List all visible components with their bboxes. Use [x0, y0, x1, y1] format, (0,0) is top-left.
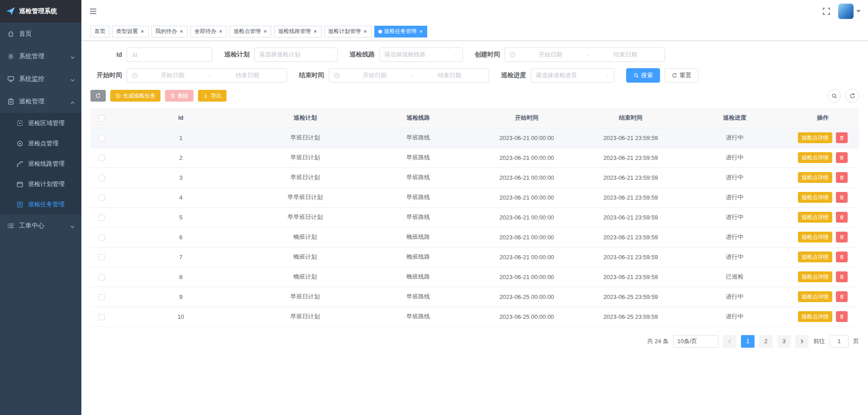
- close-icon[interactable]: ×: [363, 28, 368, 34]
- page-button-1[interactable]: 1: [741, 335, 755, 348]
- tab-item-4[interactable]: 巡检点管理×: [230, 26, 272, 37]
- row-checkbox[interactable]: [99, 175, 105, 181]
- next-page-button[interactable]: [795, 335, 809, 348]
- row-checkbox[interactable]: [99, 314, 105, 320]
- close-icon[interactable]: ×: [218, 28, 223, 34]
- inspection-point-detail-button[interactable]: 巡检点详情: [798, 232, 832, 242]
- tab-item-7[interactable]: 巡检任务管理×: [374, 26, 428, 37]
- cell-start-time: 2023-06-21 00:00:00: [475, 148, 579, 168]
- sidebar-item-inspection-route[interactable]: 巡检线路管理: [0, 154, 81, 174]
- export-button[interactable]: 导出: [198, 90, 226, 102]
- progress-select[interactable]: 请选择巡检进度: [531, 68, 614, 83]
- clock-icon: [132, 72, 138, 79]
- sidebar-item-inspection-point[interactable]: 巡检点管理: [0, 133, 81, 154]
- tab-item-1[interactable]: 类型设置×: [112, 26, 149, 37]
- route-select[interactable]: 请选择巡检线路: [379, 47, 463, 62]
- delete-row-button[interactable]: [836, 212, 848, 223]
- row-checkbox[interactable]: [99, 274, 105, 280]
- row-checkbox[interactable]: [99, 214, 105, 221]
- tab-item-2[interactable]: 我的待办×: [151, 26, 188, 37]
- inspection-point-detail-button[interactable]: 巡检点详情: [798, 252, 832, 262]
- cell-start-time: 2023-06-21 00:00:00: [475, 168, 579, 187]
- refresh-button[interactable]: [90, 90, 106, 102]
- goto-page-input[interactable]: [830, 335, 849, 348]
- close-icon[interactable]: ×: [140, 28, 145, 34]
- trash-icon: [839, 155, 844, 160]
- sidebar-item-system-monitor[interactable]: 系统监控: [0, 68, 81, 90]
- app-logo[interactable]: 巡检管理系统: [0, 0, 81, 23]
- refresh-table-button[interactable]: [845, 89, 859, 103]
- goto-label: 前往: [813, 337, 825, 345]
- row-checkbox[interactable]: [99, 155, 105, 161]
- inspection-point-detail-button[interactable]: 巡检点详情: [798, 212, 832, 223]
- page-size-select[interactable]: 10条/页: [673, 335, 718, 348]
- sidebar-item-inspection-task[interactable]: 巡检任务管理: [0, 194, 81, 214]
- cell-plan: 早班日计划: [249, 287, 362, 307]
- inspection-submenu: 巡检区域管理 巡检点管理 巡检线路管理: [0, 113, 81, 214]
- reset-button[interactable]: 重置: [665, 68, 698, 83]
- inspection-point-detail-button[interactable]: 巡检点详情: [798, 291, 832, 302]
- hamburger-icon[interactable]: [89, 7, 98, 16]
- tab-item-6[interactable]: 巡检计划管理×: [324, 26, 372, 37]
- inspection-point-detail-button[interactable]: 巡检点详情: [798, 132, 832, 143]
- cell-end-time: 2023-06-21 23:59:59: [579, 168, 683, 187]
- tab-label: 巡检点管理: [234, 28, 261, 35]
- table-row: 4 早早班日计划 早班路线 2023-06-21 00:00:00 2023-0…: [90, 187, 859, 207]
- row-checkbox[interactable]: [99, 135, 105, 141]
- chevron-down-icon: [710, 340, 714, 343]
- cell-end-time: 2023-06-21 23:59:59: [579, 247, 683, 267]
- sidebar-item-system-mgmt[interactable]: 系统管理: [0, 45, 81, 68]
- search-button[interactable]: 搜索: [626, 68, 660, 83]
- delete-row-button[interactable]: [836, 152, 848, 163]
- close-icon[interactable]: ×: [263, 28, 268, 34]
- inspection-point-detail-button[interactable]: 巡检点详情: [798, 271, 832, 282]
- row-checkbox[interactable]: [99, 294, 105, 300]
- close-icon[interactable]: ×: [419, 28, 424, 34]
- page-button-3[interactable]: 3: [777, 335, 791, 348]
- cell-start-time: 2023-06-25 00:00:00: [475, 287, 579, 307]
- tab-item-5[interactable]: 巡检线路管理×: [274, 26, 321, 37]
- cell-start-time: 2023-06-21 00:00:00: [475, 187, 579, 207]
- generate-task-button[interactable]: 生成巡检任务: [110, 90, 160, 102]
- delete-row-button[interactable]: [836, 271, 848, 282]
- inspection-point-detail-button[interactable]: 巡检点详情: [798, 172, 832, 183]
- close-icon[interactable]: ×: [179, 28, 184, 34]
- sidebar-item-inspection-mgmt[interactable]: 巡检管理: [0, 90, 81, 113]
- delete-button[interactable]: 删除: [165, 90, 193, 102]
- plan-select[interactable]: 请选择巡检计划: [254, 47, 338, 62]
- create-time-range-picker[interactable]: 开始日期 - 结束日期: [505, 47, 665, 62]
- inspection-point-detail-button[interactable]: 巡检点详情: [798, 152, 832, 163]
- delete-row-button[interactable]: [836, 291, 848, 302]
- delete-row-button[interactable]: [836, 252, 848, 262]
- chevron-left-icon: [727, 339, 732, 344]
- inspection-point-detail-button[interactable]: 巡检点详情: [798, 192, 832, 203]
- delete-row-button[interactable]: [836, 132, 848, 143]
- tab-item-0[interactable]: 首页: [90, 26, 109, 37]
- user-menu[interactable]: [838, 4, 861, 19]
- select-all-checkbox[interactable]: [99, 115, 105, 121]
- trash-icon: [839, 294, 844, 299]
- sidebar-item-inspection-plan[interactable]: 巡检计划管理: [0, 174, 81, 194]
- cell-route: 晚班线路: [362, 227, 475, 247]
- id-input[interactable]: [127, 47, 212, 62]
- prev-page-button[interactable]: [723, 335, 736, 348]
- end-time-range-picker[interactable]: 开始日期 - 结束日期: [329, 68, 489, 83]
- sidebar-item-inspection-area[interactable]: 巡检区域管理: [0, 113, 81, 133]
- start-time-range-picker[interactable]: 开始日期 - 结束日期: [127, 68, 287, 83]
- row-checkbox[interactable]: [99, 195, 105, 201]
- delete-row-button[interactable]: [836, 172, 848, 183]
- delete-row-button[interactable]: [836, 192, 848, 203]
- toggle-search-button[interactable]: [827, 89, 841, 103]
- delete-row-button[interactable]: [836, 311, 848, 322]
- cell-end-time: 2023-06-21 23:59:59: [579, 128, 683, 148]
- sidebar-item-workorder-center[interactable]: 工单中心: [0, 214, 81, 237]
- tab-item-3[interactable]: 全部待办×: [190, 26, 227, 37]
- page-button-2[interactable]: 2: [759, 335, 773, 348]
- row-checkbox[interactable]: [99, 234, 105, 241]
- inspection-point-detail-button[interactable]: 巡检点详情: [798, 311, 832, 322]
- row-checkbox[interactable]: [99, 254, 105, 261]
- fullscreen-icon[interactable]: [822, 7, 831, 16]
- delete-row-button[interactable]: [836, 232, 848, 242]
- close-icon[interactable]: ×: [313, 28, 317, 34]
- sidebar-item-home[interactable]: 首页: [0, 23, 81, 45]
